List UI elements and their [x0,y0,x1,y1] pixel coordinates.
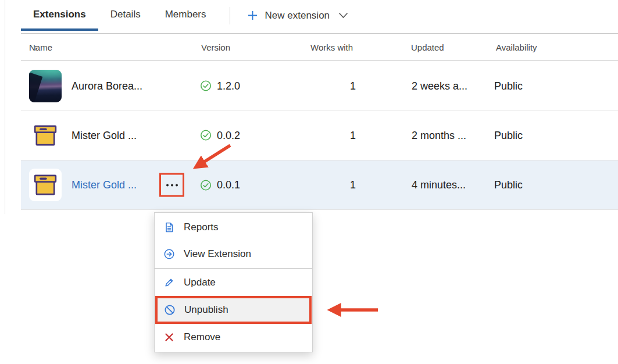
tab-bar: Extensions Details Members New extension [21,0,354,31]
check-circle-icon [200,130,212,141]
tab-members[interactable]: Members [153,0,219,31]
column-header-version: Version [201,42,230,52]
extension-version: 0.0.2 [200,129,240,141]
remove-x-icon [163,331,175,343]
prohibited-icon [164,304,176,316]
check-circle-icon [200,179,212,191]
menu-item-reports[interactable]: Reports [155,214,312,241]
new-extension-label: New extension [265,10,330,22]
availability-value: Public [494,80,523,92]
column-header-works-with: Works with [310,42,353,52]
tab-extensions[interactable]: Extensions [21,0,98,31]
availability-value: Public [494,179,523,191]
plus-icon [247,10,259,22]
pencil-icon [163,277,175,288]
extension-version: 1.2.0 [200,80,240,92]
check-circle-icon [200,80,212,92]
extension-name[interactable]: Mister Gold ... [72,129,137,141]
table-header: Name↑ Version Works with Updated Availab… [21,33,618,61]
report-document-icon [163,222,175,233]
chevron-down-icon[interactable] [338,12,348,19]
row-context-menu: Reports View Extension Update Unpublish [154,212,313,352]
menu-divider [155,268,312,269]
availability-value: Public [494,129,523,141]
extension-version: 0.0.1 [200,179,240,191]
table-row[interactable]: Mister Gold ... 0.0.2 1 2 months ... Pub… [21,110,618,160]
ellipsis-icon [166,184,169,186]
arrow-circle-right-icon [163,248,175,260]
table-row-selected[interactable]: Mister Gold ... 0.0.1 1 4 minutes... Pub… [21,160,618,210]
menu-item-unpublish[interactable]: Unpublish [155,296,312,324]
extension-tile-gold-box [29,169,62,201]
works-with-count: 1 [335,80,371,92]
tabbar-divider [230,7,230,24]
menu-item-remove[interactable]: Remove [155,324,312,351]
extension-name[interactable]: Aurora Borea... [72,80,142,92]
row-actions-ellipsis-button[interactable] [161,175,183,195]
works-with-count: 1 [335,179,371,191]
annotation-box-ellipsis [159,173,184,197]
works-with-count: 1 [335,129,371,141]
table-row[interactable]: Aurora Borea... 1.2.0 1 2 weeks a... Pub… [21,62,618,110]
menu-item-update[interactable]: Update [155,269,312,296]
updated-time: 4 minutes... [412,179,466,191]
updated-time: 2 months ... [412,129,466,141]
sort-ascending-icon: ↑ [33,42,38,52]
column-header-availability: Availability [496,42,537,52]
extension-tile-gold-box [29,119,62,152]
menu-item-view-extension[interactable]: View Extension [155,241,312,267]
updated-time: 2 weeks a... [412,80,467,92]
tab-details[interactable]: Details [98,0,153,31]
panel-edge-divider [5,0,5,214]
new-extension-button[interactable]: New extension [241,0,355,31]
extension-name-link[interactable]: Mister Gold ... [72,179,137,191]
column-header-updated: Updated [411,42,444,52]
extension-tile-aurora [29,70,62,102]
